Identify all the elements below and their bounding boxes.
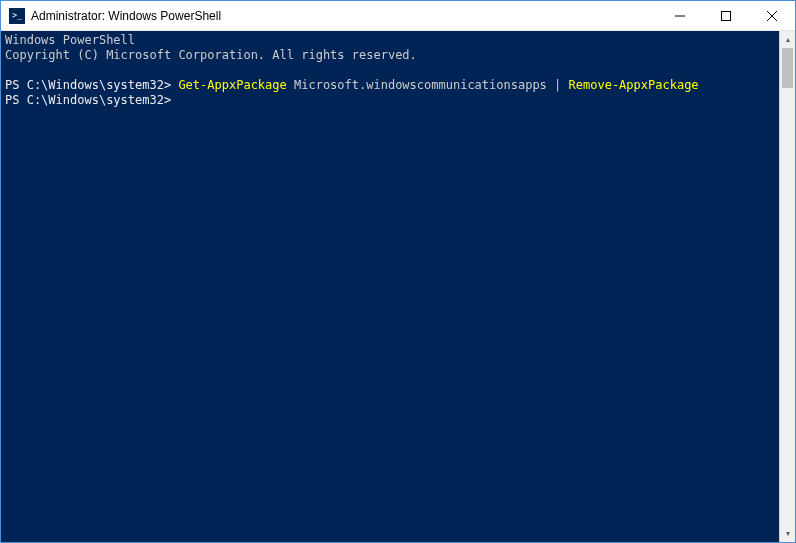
window-controls bbox=[657, 1, 795, 30]
terminal-prompt-1: PS C:\Windows\system32> bbox=[5, 78, 178, 92]
terminal-header-line2: Copyright (C) Microsoft Corporation. All… bbox=[5, 48, 417, 62]
scrollbar-down-arrow-icon[interactable]: ▾ bbox=[780, 525, 795, 542]
scrollbar-vertical[interactable]: ▴ ▾ bbox=[779, 31, 795, 542]
terminal-arg-1: Microsoft.windowscommunicationsapps bbox=[294, 78, 554, 92]
terminal[interactable]: Windows PowerShell Copyright (C) Microso… bbox=[1, 31, 779, 542]
terminal-prompt-2: PS C:\Windows\system32> bbox=[5, 93, 171, 107]
terminal-pipe: | bbox=[554, 78, 568, 92]
terminal-cmdlet-2: Remove-AppxPackage bbox=[569, 78, 699, 92]
maximize-button[interactable] bbox=[703, 1, 749, 30]
terminal-cmdlet-1: Get-AppxPackage bbox=[178, 78, 294, 92]
minimize-button[interactable] bbox=[657, 1, 703, 30]
window-title: Administrator: Windows PowerShell bbox=[31, 9, 657, 23]
powershell-icon bbox=[9, 8, 25, 24]
close-button[interactable] bbox=[749, 1, 795, 30]
titlebar[interactable]: Administrator: Windows PowerShell bbox=[1, 1, 795, 31]
scrollbar-up-arrow-icon[interactable]: ▴ bbox=[780, 31, 795, 48]
powershell-window: Administrator: Windows PowerShell Window… bbox=[0, 0, 796, 543]
svg-rect-1 bbox=[722, 11, 731, 20]
content-area: Windows PowerShell Copyright (C) Microso… bbox=[1, 31, 795, 542]
scrollbar-thumb[interactable] bbox=[782, 48, 793, 88]
terminal-header-line1: Windows PowerShell bbox=[5, 33, 135, 47]
